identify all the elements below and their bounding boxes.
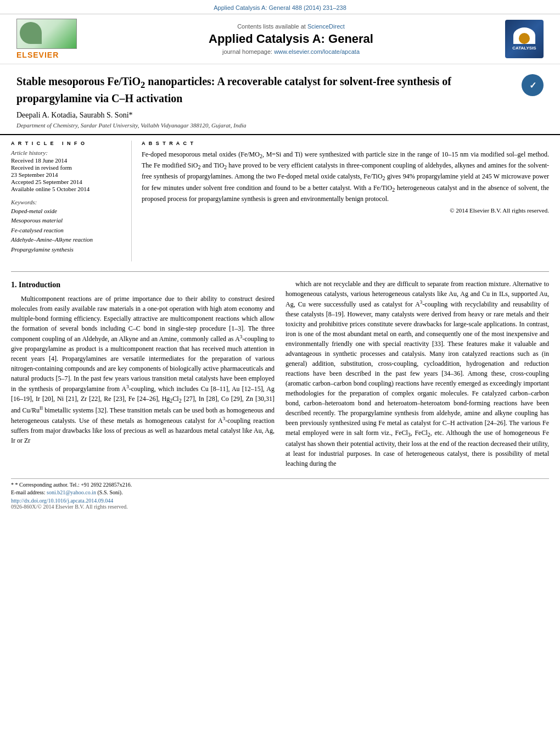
catalysis-brand: CATALYSIS [512,46,536,51]
homepage-line: journal homepage: www.elsevier.com/locat… [99,48,483,55]
intro-heading: 1. Introduction [11,279,275,291]
email-line: E-mail address: soni.b21@yahoo.co.in (S.… [11,489,549,496]
main-col-left: 1. Introduction Multicomponent reactions… [11,279,275,468]
keyword-3: Fe-catalysed reaction [11,226,123,236]
issn-line: 0926-860X/© 2014 Elsevier B.V. All right… [11,504,549,510]
email-link[interactable]: soni.b21@yahoo.co.in [47,489,96,495]
email-label: E-mail address: [11,489,47,495]
footnote-section: * * Corresponding author. Tel.: +91 2692… [11,478,549,510]
crossmark-badge: ✓ [522,74,544,96]
contents-prefix: Contents lists available at [237,23,307,30]
article-title: Stable mesoporous Fe/TiO2 nanoparticles:… [16,74,489,105]
homepage-url[interactable]: www.elsevier.com/locate/apcata [274,48,360,55]
doi-url[interactable]: http://dx.doi.org/10.1016/j.apcata.2014.… [11,498,113,504]
main-content: 1. Introduction Multicomponent reactions… [0,276,560,474]
article-info-abstract: A R T I C L E I N F O Article history: R… [0,135,560,267]
keyword-2: Mesoporous material [11,216,123,226]
top-bar: Applied Catalysis A: General 488 (2014) … [0,0,560,14]
catalysis-logo-image [513,27,535,44]
accepted-date: Accepted 25 September 2014 [11,178,123,185]
author-names: Deepali A. Kotadia, Saurabh S. Soni* [16,111,133,119]
article-history: A R T I C L E I N F O Article history: R… [11,141,123,192]
catalysis-logo: CATALYSIS [505,20,544,58]
header-center: Contents lists available at ScienceDirec… [88,23,494,55]
received-revised-label: Received in revised form [11,164,123,171]
keyword-4: Aldehyde–Amine–Alkyne reaction [11,235,123,245]
keyword-1: Doped-metal oxide [11,207,123,216]
abstract-column: A B S T R A C T Fe-doped mesoporous meta… [132,141,549,261]
abstract-text: Fe-doped mesoporous metal oxides (Fe/MO2… [142,149,549,204]
footnote-star: * [11,482,14,488]
article-info-heading: A R T I C L E I N F O [11,141,123,146]
doi-line[interactable]: http://dx.doi.org/10.1016/j.apcata.2014.… [11,498,549,504]
journal-title: Applied Catalysis A: General [99,32,483,46]
intro-heading-num: 1. [11,281,17,289]
abstract-heading: A B S T R A C T [142,141,549,146]
corresponding-note: * Corresponding author. Tel.: +91 2692 2… [15,482,132,488]
available-date: Available online 5 October 2014 [11,186,123,192]
keywords-list: Doped-metal oxide Mesoporous material Fe… [11,207,123,255]
authors: Deepali A. Kotadia, Saurabh S. Soni* [16,111,544,120]
main-col-right: which are not recyclable and they are di… [285,279,549,468]
received-date: Received 18 June 2014 [11,157,123,164]
history-label: Article history: [11,149,123,156]
article-title-row: Stable mesoporous Fe/TiO2 nanoparticles:… [16,74,544,105]
abstract-section: A B S T R A C T Fe-doped mesoporous meta… [142,141,549,214]
email-suffix: (S.S. Soni). [96,489,123,495]
intro-paragraph-1: Multicomponent reactions are of prime im… [11,294,275,445]
intro-paragraph-2: which are not recyclable and they are di… [285,279,549,468]
revised-date: 23 September 2014 [11,171,123,178]
homepage-prefix: journal homepage: [222,48,274,55]
keywords-label: Keywords: [11,199,123,205]
keywords-section: Keywords: Doped-metal oxide Mesoporous m… [11,199,123,255]
elsevier-logo: ELSEVIER [16,19,88,59]
journal-header: ELSEVIER Contents lists available at Sci… [0,14,560,64]
article-header: Stable mesoporous Fe/TiO2 nanoparticles:… [0,64,560,135]
article-info-column: A R T I C L E I N F O Article history: R… [11,141,132,261]
keyword-5: Propargylamine synthesis [11,245,123,255]
corresponding-author-note: * * Corresponding author. Tel.: +91 2692… [11,481,549,489]
header-left: ELSEVIER [16,19,88,59]
sciencedirect-link[interactable]: ScienceDirect [307,23,345,30]
elsevier-logo-image [16,19,77,49]
sciencedirect-line: Contents lists available at ScienceDirec… [99,23,483,30]
intro-heading-text: Introduction [19,281,60,289]
elsevier-brand: ELSEVIER [16,51,59,59]
header-right: CATALYSIS [494,20,544,58]
journal-reference: Applied Catalysis A: General 488 (2014) … [214,4,346,11]
affiliation: Department of Chemistry, Sardar Patel Un… [16,122,544,129]
page: Applied Catalysis A: General 488 (2014) … [0,0,560,742]
content-divider [11,271,549,272]
copyright-notice: © 2014 Elsevier B.V. All rights reserved… [142,207,549,214]
